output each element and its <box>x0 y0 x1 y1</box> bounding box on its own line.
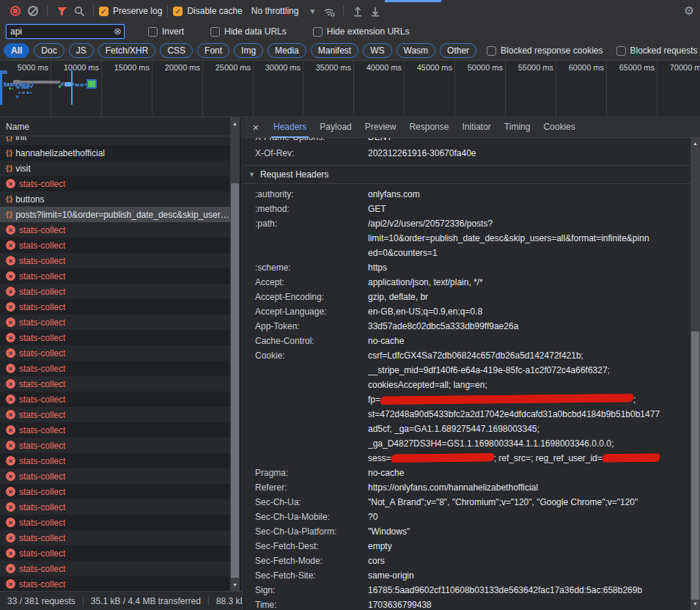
header-value: csrf=LdfcGX4Sa72db06824c657db26a5d142472… <box>368 348 690 466</box>
header-row: Sec-Fetch-Site:same-origin <box>243 568 690 583</box>
header-value: GET <box>368 202 690 216</box>
import-har-button[interactable] <box>349 2 366 20</box>
scrollbar-thumb[interactable] <box>691 331 699 600</box>
request-row[interactable]: ×stats-collect <box>0 499 230 515</box>
timeline-tick-label: 50000 ms <box>452 63 503 73</box>
scroll-down-icon[interactable]: ▼ <box>690 600 700 609</box>
filter-pill-img[interactable]: Img <box>234 43 263 58</box>
header-name: X-Of-Rev: <box>243 146 368 161</box>
tab-headers[interactable]: Headers <box>267 117 313 138</box>
tab-timing[interactable]: Timing <box>498 117 537 138</box>
filter-pill-fetch-xhr[interactable]: Fetch/XHR <box>98 43 156 58</box>
header-text: __stripe_mid=9df140f6-e64a-419e-85fc-a1c… <box>368 365 610 375</box>
request-row[interactable]: ×stats-collect <box>0 299 230 315</box>
filter-invert-checkbox[interactable]: Invert <box>148 26 184 37</box>
network-conditions-button[interactable] <box>320 2 338 20</box>
request-row[interactable]: {:}buttons <box>0 191 230 207</box>
request-row[interactable]: ×stats-collect <box>0 284 230 299</box>
filter-pill-css[interactable]: CSS <box>160 43 193 58</box>
request-headers-section-toggle[interactable]: ▼ Request Headers <box>243 166 690 184</box>
record-button[interactable] <box>7 2 24 20</box>
scroll-up-icon[interactable]: ▲ <box>230 120 240 128</box>
filter-pill-font[interactable]: Font <box>197 43 229 58</box>
type-blocked-requests-checkbox[interactable]: Blocked requests <box>616 45 698 56</box>
throttling-select[interactable]: No throttling ▼ <box>251 6 317 16</box>
filter-pill-media[interactable]: Media <box>268 43 306 58</box>
filter-hide-extension-urls-checkbox[interactable]: Hide extension URLs <box>313 26 410 37</box>
request-row[interactable]: ×stats-collect <box>0 176 230 191</box>
filter-pill-doc[interactable]: Doc <box>34 43 64 58</box>
checkbox-checked-icon: ✓ <box>99 7 108 16</box>
requests-scrollbar[interactable]: ▲ ▼ <box>230 117 240 591</box>
filter-pill-all[interactable]: All <box>4 43 29 58</box>
request-row[interactable]: ×stats-collect <box>0 484 230 499</box>
request-row[interactable]: ×stats-collect <box>0 330 230 345</box>
request-row[interactable]: ×stats-collect <box>0 268 230 284</box>
network-overview-timeline[interactable]: 5000 ms10000 ms15000 ms20000 ms25000 ms3… <box>0 61 700 117</box>
filter-input[interactable] <box>7 26 102 37</box>
request-row[interactable]: ×stats-collect <box>0 468 230 484</box>
request-row[interactable]: ×stats-collect <box>0 345 230 361</box>
export-har-button[interactable] <box>366 2 384 20</box>
request-row[interactable]: ×stats-collect <box>0 392 230 407</box>
close-details-button[interactable]: × <box>248 120 264 136</box>
type-blocked-response-cookies-checkbox[interactable]: Blocked response cookies <box>487 45 603 56</box>
filter-hide-data-urls-checkbox[interactable]: Hide data URLs <box>210 26 287 37</box>
request-row[interactable]: ×stats-collect <box>0 376 230 392</box>
requests-count: 33 / 381 requests <box>0 596 83 606</box>
filter-bar-checkboxes: InvertHide data URLsHide extension URLs <box>135 26 409 37</box>
timeline-tick-label: 10000 ms <box>48 63 99 73</box>
request-row[interactable]: {:}posts?limit=10&order=publish_date_des… <box>0 207 230 222</box>
clear-filter-icon[interactable]: ⊗ <box>114 26 122 36</box>
tab-payload[interactable]: Payload <box>313 117 358 138</box>
header-row: Sec-Ch-Ua:"Not_A Brand";v="8", "Chromium… <box>243 495 690 510</box>
clear-button[interactable] <box>24 2 42 20</box>
tab-preview[interactable]: Preview <box>358 117 403 138</box>
details-scrollbar[interactable]: ▲ ▼ <box>690 138 700 610</box>
header-value: DENY <box>368 138 690 144</box>
request-row[interactable]: {:}init <box>0 136 230 145</box>
error-icon: × <box>6 518 15 527</box>
request-row[interactable]: ×stats-collect <box>0 530 230 545</box>
request-row[interactable]: ×stats-collect <box>0 438 230 453</box>
disable-cache-checkbox[interactable]: ✓ Disable cache <box>173 6 242 16</box>
request-row[interactable]: ×stats-collect <box>0 253 230 268</box>
filter-pill-ws[interactable]: WS <box>363 43 391 58</box>
request-row[interactable]: ×stats-collect <box>0 315 230 330</box>
tab-cookies[interactable]: Cookies <box>537 117 581 138</box>
request-row[interactable]: ×stats-collect <box>0 545 230 561</box>
waterfall-bar-blue <box>61 82 64 86</box>
request-row[interactable]: ×stats-collect <box>0 422 230 438</box>
filter-pill-js[interactable]: JS <box>69 43 94 58</box>
preserve-log-checkbox[interactable]: ✓ Preserve log <box>99 6 162 16</box>
scroll-up-icon[interactable]: ▲ <box>690 139 700 148</box>
settings-gear-button[interactable]: ⚙ <box>684 5 694 17</box>
request-row[interactable]: ×stats-collect <box>0 238 230 253</box>
request-row[interactable]: ×stats-collect <box>0 576 230 591</box>
request-name: stats-collect <box>19 533 65 543</box>
search-button[interactable] <box>70 2 88 20</box>
request-row[interactable]: ×stats-collect <box>0 361 230 376</box>
scroll-down-icon[interactable]: ▼ <box>230 581 240 589</box>
filter-toggle-button[interactable] <box>53 2 70 20</box>
request-name: stats-collect <box>19 379 65 389</box>
request-row[interactable]: ×stats-collect <box>0 515 230 530</box>
request-row[interactable]: ×stats-collect <box>0 222 230 238</box>
request-row[interactable]: ×stats-collect <box>0 407 230 422</box>
request-row[interactable]: ×stats-collect <box>0 561 230 576</box>
name-column-header[interactable]: Name <box>0 117 242 136</box>
tab-response[interactable]: Response <box>402 117 455 138</box>
scrollbar-thumb[interactable] <box>231 183 239 578</box>
tab-initiator[interactable]: Initiator <box>455 117 497 138</box>
filter-pill-wasm[interactable]: Wasm <box>397 43 436 58</box>
request-row[interactable]: {:}hannahelizabethofficial <box>0 145 230 161</box>
error-icon: × <box>6 548 15 558</box>
request-row[interactable]: {:}visit <box>0 161 230 176</box>
json-doc-icon: {:} <box>6 210 12 218</box>
timeline-tick-label: 60000 ms <box>553 63 604 73</box>
header-name: Accept-Language: <box>243 304 368 319</box>
filter-pill-manifest[interactable]: Manifest <box>311 43 358 58</box>
disclosure-triangle-icon: ▼ <box>248 171 255 178</box>
filter-pill-other[interactable]: Other <box>440 43 476 58</box>
request-row[interactable]: ×stats-collect <box>0 453 230 468</box>
